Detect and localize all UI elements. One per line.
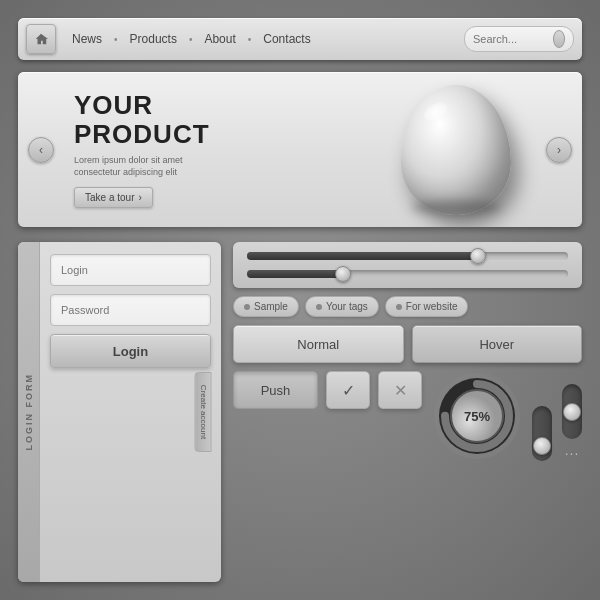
login-label-vertical: LOGIN FORM [18, 242, 40, 582]
toggle-1-track[interactable] [532, 406, 552, 461]
push-check-row: Push ✓ ✕ [233, 371, 422, 409]
login-input[interactable] [50, 254, 211, 286]
tag-sample-label: Sample [254, 301, 288, 312]
hero-title: YOUR PRODUCT [74, 91, 386, 148]
cross-icon: ✕ [394, 381, 407, 400]
toggle-2-track[interactable] [562, 384, 582, 439]
slider-2-track [247, 270, 568, 278]
tag-your-tags-label: Your tags [326, 301, 368, 312]
toggle-2-thumb [563, 403, 581, 421]
hero-cta-arrow: › [138, 192, 141, 203]
login-button[interactable]: Login [50, 334, 211, 368]
hero-text: YOUR PRODUCT Lorem ipsum dolor sit amet … [74, 91, 386, 207]
nav-dot-2: • [189, 34, 193, 45]
hero-title-line2: PRODUCT [74, 119, 210, 149]
slider-1-thumb[interactable] [470, 248, 486, 264]
tag-your-tags-dot [316, 304, 322, 310]
hero-content: YOUR PRODUCT Lorem ipsum dolor sit amet … [54, 72, 546, 227]
tags-section: Sample Your tags For website [233, 296, 582, 317]
hero-cta-button[interactable]: Take a tour › [74, 187, 153, 208]
check-button[interactable]: ✓ [326, 371, 370, 409]
login-form-label: LOGIN FORM [24, 373, 34, 451]
check-icon: ✓ [342, 381, 355, 400]
nav-news[interactable]: News [64, 32, 110, 46]
cross-button[interactable]: ✕ [378, 371, 422, 409]
tag-sample-dot [244, 304, 250, 310]
tag-your-tags[interactable]: Your tags [305, 296, 379, 317]
search-container [464, 26, 574, 52]
right-panel: Sample Your tags For website Normal Hove… [233, 242, 582, 582]
nav-items: News • Products • About • Contacts [64, 32, 464, 46]
home-button[interactable] [26, 24, 56, 54]
bottom-buttons-area: Push ✓ ✕ [233, 371, 582, 461]
navbar: News • Products • About • Contacts [18, 18, 582, 60]
nav-dot-3: • [248, 34, 252, 45]
search-input[interactable] [473, 33, 553, 45]
hero-subtitle: Lorem ipsum dolor sit amet consectetur a… [74, 154, 224, 179]
nav-contacts[interactable]: Contacts [255, 32, 318, 46]
product-shadow [411, 200, 501, 215]
create-account-tab[interactable]: Create account [195, 372, 212, 452]
slider-1-fill [247, 252, 478, 260]
toggle-2: ··· [562, 384, 582, 461]
slider-2-container [247, 270, 568, 278]
slider-1-track [247, 252, 568, 260]
normal-button[interactable]: Normal [233, 325, 404, 363]
buttons-row: Normal Hover [233, 325, 582, 363]
toggle-1 [532, 406, 552, 461]
tag-for-website[interactable]: For website [385, 296, 469, 317]
hero-prev-button[interactable]: ‹ [28, 137, 54, 163]
slider-1-container [247, 252, 568, 260]
progress-label: 75% [464, 409, 490, 424]
nav-about[interactable]: About [196, 32, 243, 46]
tag-sample[interactable]: Sample [233, 296, 299, 317]
sliders-section [233, 242, 582, 288]
toggles-section: ··· [532, 371, 582, 461]
bottom-left-buttons: Push ✓ ✕ [233, 371, 422, 461]
toggle-2-dots: ··· [565, 445, 580, 461]
hover-button[interactable]: Hover [412, 325, 583, 363]
hero-next-button[interactable]: › [546, 137, 572, 163]
hero-title-line1: YOUR [74, 90, 153, 120]
nav-products[interactable]: Products [122, 32, 185, 46]
tag-for-website-dot [396, 304, 402, 310]
toggle-1-thumb [533, 437, 551, 455]
hero-banner: ‹ YOUR PRODUCT Lorem ipsum dolor sit ame… [18, 72, 582, 227]
slider-2-fill [247, 270, 343, 278]
hero-cta-label: Take a tour [85, 192, 134, 203]
push-button[interactable]: Push [233, 371, 318, 409]
nav-dot-1: • [114, 34, 118, 45]
search-button[interactable] [553, 30, 565, 48]
circular-progress: 75% [432, 371, 522, 461]
hero-product [386, 80, 526, 220]
tag-for-website-label: For website [406, 301, 458, 312]
login-panel: LOGIN FORM Login Create account [18, 242, 221, 582]
slider-2-thumb[interactable] [335, 266, 351, 282]
lower-section: LOGIN FORM Login Create account [18, 242, 582, 582]
product-image [401, 85, 511, 215]
password-input[interactable] [50, 294, 211, 326]
